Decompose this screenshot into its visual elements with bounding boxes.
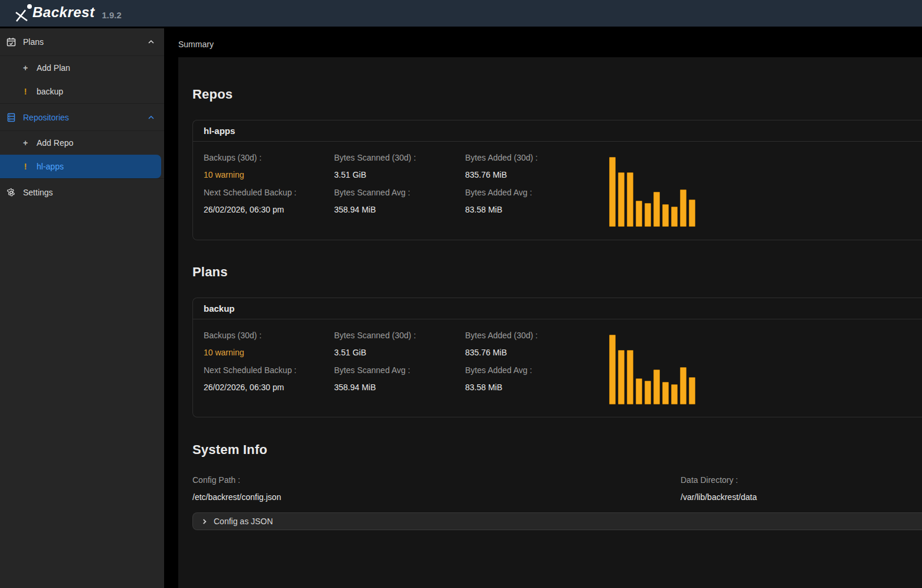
sidebar-group-plans-label: Plans — [23, 37, 44, 47]
stat-bytes-scanned-avg: Bytes Scanned Avg : 358.94 MiB — [334, 364, 465, 399]
app-header: Backrest 1.9.2 — [0, 0, 922, 27]
plus-icon: + — [21, 63, 30, 73]
stat-value: 3.51 GiB — [334, 347, 465, 358]
chart-bar — [680, 367, 686, 404]
stat-backups-30d: Backups (30d) : 10 warning — [204, 329, 334, 364]
repo-activity-bar-chart — [609, 156, 698, 227]
stat-value: 83.58 MiB — [465, 381, 610, 393]
plan-card-title: backup — [193, 298, 922, 319]
warning-icon: ! — [21, 87, 30, 96]
chart-bar — [627, 172, 633, 227]
app-version: 1.9.2 — [102, 10, 121, 20]
system-info-grid: Config Path : /etc/backrest/config.json … — [192, 474, 916, 503]
plan-card-body: Backups (30d) : 10 warning Bytes Scanned… — [193, 319, 922, 416]
chevron-up-icon — [148, 38, 155, 45]
stat-label: Next Scheduled Backup : — [204, 364, 334, 376]
chart-bar — [636, 201, 642, 227]
chevron-right-icon — [201, 518, 208, 525]
stat-label: Bytes Added Avg : — [465, 187, 610, 198]
stat-label: Next Scheduled Backup : — [204, 187, 334, 198]
sidebar-item-repo-hl-apps[interactable]: ! hl-apps — [0, 155, 161, 178]
stat-backups-30d: Backups (30d) : 10 warning — [204, 152, 334, 187]
stat-label: Bytes Added (30d) : — [465, 329, 610, 341]
sidebar-item-add-plan[interactable]: + Add Plan — [0, 56, 164, 80]
stat-label: Bytes Scanned (30d) : — [334, 152, 465, 164]
chart-bar — [618, 350, 625, 404]
system-info-section-title: System Info — [192, 442, 267, 458]
repos-section-title: Repos — [192, 87, 233, 102]
config-path-item: Config Path : /etc/backrest/config.json — [192, 474, 681, 503]
chart-bar — [627, 350, 633, 404]
stat-next-scheduled-backup: Next Scheduled Backup : 26/02/2026, 06:3… — [204, 187, 334, 221]
sidebar-item-add-plan-label: Add Plan — [37, 63, 70, 73]
config-as-json-label: Config as JSON — [214, 517, 273, 526]
stat-label: Bytes Scanned (30d) : — [334, 329, 465, 341]
stat-value: 358.94 MiB — [334, 204, 465, 215]
sidebar-item-settings[interactable]: Settings — [0, 178, 164, 205]
stat-value: 83.58 MiB — [465, 204, 610, 215]
chart-bar — [671, 207, 678, 227]
chart-bar — [671, 384, 678, 404]
repo-card-title: hl-apps — [193, 120, 922, 142]
chart-bar — [689, 200, 695, 227]
sidebar: Plans + Add Plan ! backup Repositories +… — [0, 28, 164, 588]
plus-icon: + — [21, 138, 30, 148]
plan-card-backup: backup Backups (30d) : 10 warning Bytes … — [192, 298, 922, 417]
stat-label: Bytes Scanned Avg : — [334, 187, 465, 198]
stat-bytes-added-30d: Bytes Added (30d) : 835.76 MiB — [465, 329, 610, 364]
stat-label: Bytes Added Avg : — [465, 364, 610, 376]
repo-card-hl-apps: hl-apps Backups (30d) : 10 warning Bytes… — [192, 120, 922, 240]
chart-bar — [689, 377, 695, 404]
plan-stats-grid: Backups (30d) : 10 warning Bytes Scanned… — [204, 329, 922, 399]
warning-icon: ! — [21, 162, 30, 171]
config-as-json-toggle[interactable]: Config as JSON — [192, 512, 922, 530]
repo-stats-grid: Backups (30d) : 10 warning Bytes Scanned… — [204, 152, 922, 221]
data-directory-label: Data Directory : — [681, 474, 916, 486]
stat-bytes-added-30d: Bytes Added (30d) : 835.76 MiB — [465, 152, 610, 187]
data-directory-value: /var/lib/backrest/data — [681, 491, 916, 503]
sidebar-item-add-repo-label: Add Repo — [37, 138, 73, 148]
sidebar-group-plans[interactable]: Plans — [0, 28, 164, 55]
stat-bytes-added-avg: Bytes Added Avg : 83.58 MiB — [465, 187, 610, 221]
config-path-label: Config Path : — [192, 474, 681, 486]
data-directory-item: Data Directory : /var/lib/backrest/data — [681, 474, 916, 503]
stat-value: 835.76 MiB — [465, 347, 610, 358]
stat-value-warning: 10 warning — [204, 169, 334, 181]
sidebar-item-plan-backup-label: backup — [37, 87, 63, 96]
stat-value-warning: 10 warning — [204, 347, 334, 358]
sidebar-item-add-repo[interactable]: + Add Repo — [0, 131, 164, 155]
sidebar-item-repo-hl-apps-label: hl-apps — [37, 162, 64, 171]
stat-next-scheduled-backup: Next Scheduled Backup : 26/02/2026, 06:3… — [204, 364, 334, 399]
chart-bar — [609, 335, 616, 404]
plan-activity-bar-chart — [609, 334, 698, 404]
breadcrumb-summary[interactable]: Summary — [178, 40, 214, 49]
chart-bar — [618, 172, 625, 227]
stat-bytes-scanned-avg: Bytes Scanned Avg : 358.94 MiB — [334, 187, 465, 221]
repo-card-body: Backups (30d) : 10 warning Bytes Scanned… — [193, 142, 922, 239]
chart-bar — [653, 192, 660, 227]
chart-bar — [609, 157, 616, 227]
calendar-icon — [6, 37, 16, 47]
sidebar-item-settings-label: Settings — [23, 188, 53, 197]
stat-bytes-added-avg: Bytes Added Avg : 83.58 MiB — [465, 364, 610, 399]
chart-bar — [636, 378, 642, 404]
chart-bar — [645, 381, 651, 404]
stat-bytes-scanned-30d: Bytes Scanned (30d) : 3.51 GiB — [334, 152, 465, 187]
sidebar-item-plan-backup[interactable]: ! backup — [0, 80, 164, 103]
stat-value: 26/02/2026, 06:30 pm — [204, 204, 334, 215]
stat-value: 358.94 MiB — [334, 381, 465, 393]
stat-value: 26/02/2026, 06:30 pm — [204, 381, 334, 393]
chart-bar — [645, 203, 651, 227]
stat-label: Bytes Added (30d) : — [465, 152, 610, 164]
stat-bytes-scanned-30d: Bytes Scanned (30d) : 3.51 GiB — [334, 329, 465, 364]
stat-label: Backups (30d) : — [204, 152, 334, 164]
plans-section-title: Plans — [192, 264, 228, 280]
app-title: Backrest — [32, 4, 94, 21]
chart-bar — [662, 382, 669, 404]
database-icon — [6, 113, 16, 122]
app-logo: Backrest — [15, 4, 94, 23]
gear-icon — [6, 188, 16, 197]
sidebar-group-repositories[interactable]: Repositories — [0, 103, 164, 130]
chevron-up-icon — [148, 114, 155, 121]
stat-value: 3.51 GiB — [334, 169, 465, 181]
